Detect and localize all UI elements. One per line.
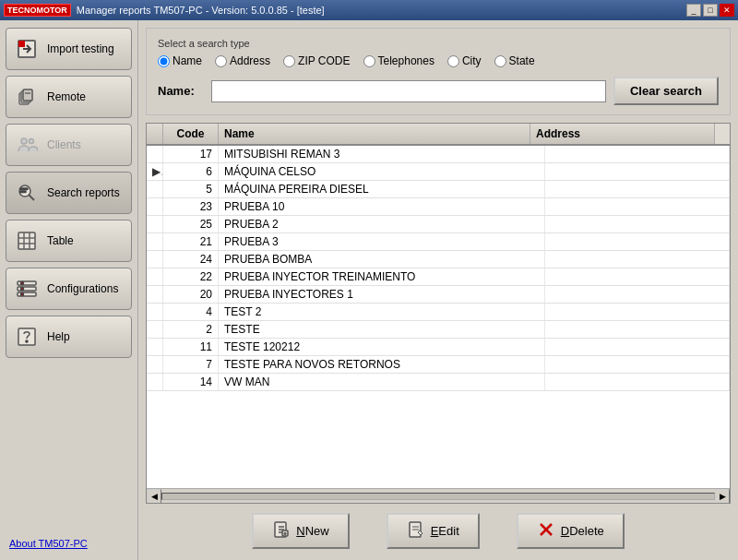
name-label: Name:: [158, 84, 204, 98]
table-inner[interactable]: 17MITSUBISHI REMAN 3▶6MÁQUINA CELSO5MÁQU…: [147, 146, 730, 488]
row-name: PRUEBA BOMBA: [219, 251, 545, 268]
radio-group: Name Address ZIP CODE Telephones City St…: [158, 54, 719, 67]
configurations-icon: [14, 276, 40, 302]
radio-zipcode[interactable]: ZIP CODE: [283, 54, 350, 67]
row-address: [545, 321, 730, 338]
radio-city[interactable]: City: [447, 54, 482, 67]
table-row[interactable]: ▶6MÁQUINA CELSO: [147, 163, 730, 181]
app-body: Import testing Remote: [0, 20, 738, 560]
sidebar-item-configurations[interactable]: Configurations: [6, 268, 132, 310]
sidebar-label-table: Table: [47, 234, 74, 247]
delete-label: DDelete: [561, 524, 604, 538]
sidebar-label-import-testing: Import testing: [47, 42, 114, 55]
radio-address[interactable]: Address: [215, 54, 270, 67]
row-arrow: [147, 233, 163, 250]
table-row[interactable]: 24PRUEBA BOMBA: [147, 251, 730, 268]
table-row[interactable]: 25PRUEBA 2: [147, 216, 730, 233]
window-title: Manager reports TM507-PC - Version: 5.0.…: [77, 5, 325, 16]
edit-button[interactable]: EEdit: [387, 513, 480, 549]
row-address: [545, 286, 730, 303]
clients-icon: [14, 132, 40, 158]
sidebar-label-configurations: Configurations: [47, 282, 118, 295]
row-address: [545, 339, 730, 355]
row-address: [545, 374, 730, 390]
row-name: TESTE 120212: [219, 339, 545, 355]
row-code: 25: [163, 216, 219, 232]
minimize-button[interactable]: _: [686, 4, 701, 17]
table-row[interactable]: 11TESTE 120212: [147, 339, 730, 356]
search-type-label: Select a search type: [158, 38, 719, 49]
sidebar-item-help[interactable]: Help: [6, 316, 132, 358]
row-name: PRUEBA 2: [219, 216, 545, 232]
new-label: NNew: [296, 524, 328, 538]
sidebar-label-remote: Remote: [47, 90, 86, 103]
col-name: Name: [219, 124, 530, 144]
sidebar-label-search-reports: Search reports: [47, 186, 120, 199]
radio-name[interactable]: Name: [158, 54, 202, 67]
table-row[interactable]: 4TEST 2: [147, 304, 730, 321]
sidebar-item-clients[interactable]: Clients: [6, 124, 132, 166]
table-row[interactable]: 22PRUEBA INYECTOR TREINAMIENTO: [147, 268, 730, 286]
sidebar-item-search-reports[interactable]: Search reports: [6, 172, 132, 214]
delete-button[interactable]: DDelete: [517, 513, 625, 549]
row-arrow: [147, 321, 163, 338]
svg-rect-12: [18, 232, 35, 249]
row-arrow: [147, 286, 163, 303]
row-arrow: [147, 198, 163, 215]
svg-rect-11: [20, 191, 26, 193]
maximize-button[interactable]: □: [703, 4, 718, 17]
table-header: Code Name Address: [147, 124, 730, 146]
about-link[interactable]: About TM507-PC: [6, 534, 132, 553]
table-row[interactable]: 14VW MAN: [147, 374, 730, 391]
radio-telephones[interactable]: Telephones: [363, 54, 434, 67]
edit-label: EEdit: [431, 524, 459, 538]
sidebar-item-table[interactable]: Table: [6, 220, 132, 262]
sidebar-item-import-testing[interactable]: Import testing: [6, 28, 132, 70]
sidebar-item-remote[interactable]: Remote: [6, 76, 132, 118]
row-address: [545, 304, 730, 320]
table-row[interactable]: 20PRUEBA INYECTORES 1: [147, 286, 730, 304]
table-row[interactable]: 17MITSUBISHI REMAN 3: [147, 146, 730, 163]
close-button[interactable]: ✕: [720, 4, 734, 17]
row-address: [545, 251, 730, 268]
scroll-left-button[interactable]: ◀: [147, 489, 161, 504]
table-icon: [14, 228, 40, 254]
svg-point-6: [21, 138, 27, 144]
row-address: [545, 233, 730, 250]
row-address: [545, 198, 730, 215]
row-name: PRUEBA INYECTOR TREINAMIENTO: [219, 268, 545, 285]
col-code: Code: [163, 124, 219, 144]
row-name: PRUEBA 10: [219, 198, 545, 215]
data-table: Code Name Address 17MITSUBISHI REMAN 3▶6…: [146, 123, 731, 504]
name-input[interactable]: [211, 80, 606, 102]
import-icon: [14, 36, 40, 62]
table-row[interactable]: 7TESTE PARA NOVOS RETORNOS: [147, 356, 730, 374]
title-bar-left: TECNOMOTOR Manager reports TM507-PC - Ve…: [4, 4, 325, 17]
scroll-right-button[interactable]: ▶: [715, 489, 730, 504]
row-arrow: [147, 251, 163, 268]
svg-rect-10: [20, 188, 28, 190]
table-row[interactable]: 21PRUEBA 3: [147, 233, 730, 251]
table-row[interactable]: 23PRUEBA 10: [147, 198, 730, 216]
radio-state[interactable]: State: [494, 54, 535, 67]
remote-icon: [14, 84, 40, 110]
search-panel: Select a search type Name Address ZIP CO…: [146, 28, 731, 115]
clear-search-button[interactable]: Clear search: [613, 77, 719, 105]
table-row[interactable]: 5MÁQUINA PEREIRA DIESEL: [147, 181, 730, 198]
row-name: VW MAN: [219, 374, 545, 390]
row-name: PRUEBA 3: [219, 233, 545, 250]
sidebar: Import testing Remote: [0, 20, 138, 560]
new-button[interactable]: NNew: [252, 513, 349, 549]
main-content: Select a search type Name Address ZIP CO…: [138, 20, 738, 560]
row-arrow: [147, 304, 163, 320]
table-row[interactable]: 2TESTE: [147, 321, 730, 339]
horizontal-scrollbar[interactable]: ◀ ▶: [147, 488, 730, 503]
scroll-track[interactable]: [161, 493, 715, 500]
row-code: 24: [163, 251, 219, 268]
row-name: PRUEBA INYECTORES 1: [219, 286, 545, 303]
row-name: MÁQUINA CELSO: [219, 163, 545, 180]
row-name: MITSUBISHI REMAN 3: [219, 146, 545, 162]
search-reports-icon: [14, 180, 40, 206]
row-address: [545, 268, 730, 285]
help-icon: [14, 324, 40, 350]
